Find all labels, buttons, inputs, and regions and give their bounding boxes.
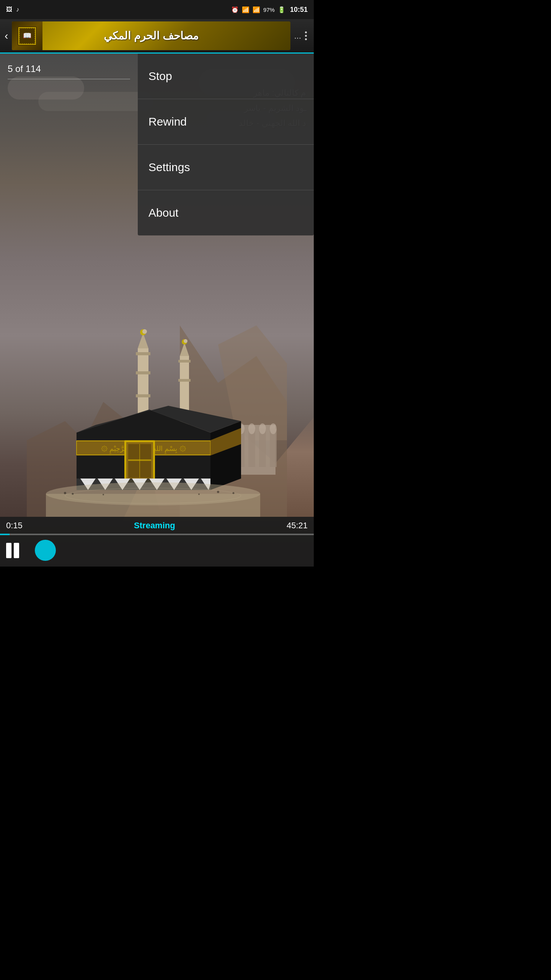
svg-point-71 — [103, 494, 104, 495]
controls-row — [0, 537, 314, 564]
kaaba-scene: ۞ بِسْمِ اللهِ الرَّحْمٰنِ الرَّحِيْمِ ۞ — [0, 325, 314, 517]
about-label: About — [148, 206, 178, 219]
battery-indicator: 97% — [263, 7, 275, 13]
app-header: ‹ 📖 مصاحف الحرم المكي ... — [0, 19, 314, 54]
svg-rect-18 — [270, 429, 277, 467]
signal-icon: 📶 — [253, 6, 260, 13]
kaaba-svg: ۞ بِسْمِ اللهِ الرَّحْمٰنِ الرَّحِيْمِ ۞ — [27, 325, 287, 517]
svg-point-69 — [217, 491, 219, 493]
menu-item-rewind[interactable]: Rewind — [138, 99, 314, 145]
current-time: 0:15 — [6, 521, 23, 531]
battery-icon: 🔋 — [278, 6, 285, 13]
svg-point-28 — [259, 423, 266, 434]
time-bar: 0:15 Streaming 45:21 — [0, 517, 314, 532]
status-time: 10:51 — [290, 6, 308, 14]
main-content: 5 of 114 م كالتالي: ماهر ـود الشريم - يا… — [0, 54, 314, 567]
pause-button[interactable] — [6, 542, 27, 559]
menu-item-about[interactable]: About — [138, 190, 314, 235]
image-icon: 🖼 — [6, 6, 12, 13]
header-banner: 📖 مصاحف الحرم المكي — [12, 21, 290, 50]
progress-bar-container[interactable] — [0, 534, 314, 535]
svg-text:📖: 📖 — [23, 31, 32, 40]
dots-button[interactable]: ... — [294, 31, 301, 41]
alarm-icon: ⏰ — [231, 6, 239, 13]
music-icon: ♪ — [16, 6, 19, 13]
svg-point-72 — [198, 493, 200, 495]
app-title: مصاحف الحرم المكي — [104, 29, 199, 42]
status-left-icons: 🖼 ♪ — [6, 6, 19, 13]
menu-item-settings[interactable]: Settings — [138, 145, 314, 190]
svg-rect-34 — [136, 394, 150, 397]
player-bar: 0:15 Streaming 45:21 — [0, 517, 314, 567]
svg-point-67 — [64, 492, 66, 494]
menu-item-stop[interactable]: Stop — [138, 54, 314, 99]
svg-rect-33 — [136, 371, 150, 374]
svg-rect-40 — [178, 379, 191, 382]
svg-point-29 — [270, 423, 277, 434]
stop-label: Stop — [148, 70, 172, 83]
svg-point-42 — [184, 339, 187, 343]
pause-bar-left — [6, 543, 11, 558]
scrubber-handle[interactable] — [35, 540, 56, 561]
svg-point-36 — [142, 329, 147, 334]
more-button[interactable] — [303, 30, 309, 42]
svg-rect-65 — [46, 494, 260, 517]
track-divider — [8, 79, 130, 79]
back-button[interactable]: ‹ — [5, 30, 8, 42]
progress-fill — [0, 534, 10, 535]
svg-point-70 — [233, 492, 235, 494]
streaming-status: Streaming — [134, 521, 175, 531]
total-time: 45:21 — [287, 521, 308, 531]
dropdown-menu: Stop Rewind Settings About — [138, 54, 314, 235]
pause-bar-right — [14, 543, 19, 558]
quran-decoration: 📖 — [12, 21, 42, 50]
wifi-icon: 📶 — [242, 6, 249, 13]
svg-point-27 — [248, 423, 255, 434]
rewind-label: Rewind — [148, 115, 187, 128]
svg-rect-54 — [128, 459, 151, 461]
svg-rect-32 — [136, 352, 150, 355]
status-bar: 🖼 ♪ ⏰ 📶 📶 97% 🔋 10:51 — [0, 0, 314, 19]
svg-rect-39 — [178, 360, 191, 363]
svg-rect-17 — [259, 429, 266, 467]
settings-label: Settings — [148, 161, 190, 174]
svg-point-68 — [72, 493, 74, 495]
svg-rect-16 — [248, 429, 255, 467]
